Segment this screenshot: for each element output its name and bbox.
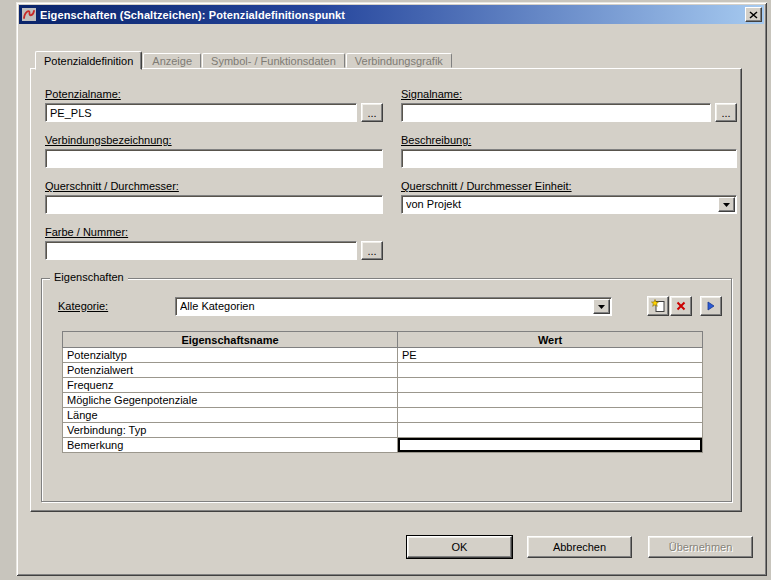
property-value-cell[interactable] [398, 393, 703, 408]
close-button[interactable] [745, 7, 762, 22]
verbindungsbezeichnung-label: Verbindungsbezeichnung: [45, 134, 172, 146]
eigenschaften-groupbox: Eigenschaften Kategorie: Alle Kategorien [41, 278, 732, 502]
tab-verbindungsgrafik[interactable]: Verbindungsgrafik [346, 53, 452, 68]
einheit-dropdown[interactable]: von Projekt [401, 195, 737, 214]
chevron-down-icon [723, 203, 730, 207]
tab-potenzialdefinition[interactable]: Potenzialdefinition [35, 51, 142, 70]
farbe-label: Farbe / Nummer: [45, 226, 128, 238]
property-value-cell[interactable] [398, 423, 703, 438]
table-header-eigenschaftsname: Eigenschaftsname [63, 332, 398, 348]
signalname-label: Signalname: [401, 88, 462, 100]
table-row: Mögliche Gegenpotenziale [63, 393, 703, 408]
farbe-browse-button[interactable]: ... [361, 241, 383, 260]
property-name-cell: Potenzialwert [63, 363, 398, 378]
property-value-cell[interactable] [398, 408, 703, 423]
einheit-dropdown-button[interactable] [718, 197, 735, 212]
potenzialname-browse-button[interactable]: ... [361, 103, 383, 122]
kategorie-dropdown[interactable]: Alle Kategorien [175, 297, 612, 316]
property-name-cell: Bemerkung [63, 438, 398, 453]
app-icon [22, 8, 36, 21]
table-row: Bemerkung [63, 438, 703, 453]
property-name-cell: Potenzialtyp [63, 348, 398, 363]
kategorie-selected-value: Alle Kategorien [180, 300, 591, 312]
potenzialname-label: Potenzialname: [45, 88, 121, 100]
verbindungsbezeichnung-input[interactable] [45, 149, 383, 168]
chevron-down-icon [598, 305, 605, 309]
table-header-row: Eigenschaftsname Wert [63, 332, 703, 348]
einheit-selected-value: von Projekt [406, 198, 716, 210]
tab-anzeige[interactable]: Anzeige [143, 53, 201, 68]
close-icon [749, 11, 758, 19]
property-name-cell: Verbindung: Typ [63, 423, 398, 438]
signalname-input[interactable] [401, 103, 711, 122]
delete-property-button[interactable] [670, 296, 692, 316]
beschreibung-input[interactable] [401, 149, 737, 168]
property-value-cell[interactable]: PE [398, 348, 703, 363]
arrow-right-icon [707, 301, 715, 311]
cancel-button[interactable]: Abbrechen [527, 536, 632, 558]
table-row: Potenzialtyp PE [63, 348, 703, 363]
einheit-label: Querschnitt / Durchmesser Einheit: [401, 180, 572, 192]
signalname-browse-button[interactable]: ... [715, 103, 737, 122]
property-name-cell: Länge [63, 408, 398, 423]
title-bar: Eigenschaften (Schaltzeichen): Potenzial… [19, 5, 764, 24]
querschnitt-label: Querschnitt / Durchmesser: [45, 180, 179, 192]
property-table: Eigenschaftsname Wert Potenzialtyp PE Po… [62, 331, 703, 453]
apply-button[interactable]: Übernehmen [648, 536, 753, 558]
beschreibung-label: Beschreibung: [401, 134, 471, 146]
table-row: Verbindung: Typ [63, 423, 703, 438]
property-value-cell-focused[interactable] [398, 438, 703, 453]
new-property-button[interactable] [647, 296, 669, 316]
tab-symbol-funktionsdaten[interactable]: Symbol- / Funktionsdaten [202, 53, 345, 68]
tab-strip: Potenzialdefinition Anzeige Symbol- / Fu… [35, 51, 452, 70]
property-name-cell: Mögliche Gegenpotenziale [63, 393, 398, 408]
table-row: Potenzialwert [63, 363, 703, 378]
window-title: Eigenschaften (Schaltzeichen): Potenzial… [40, 9, 345, 21]
querschnitt-input[interactable] [45, 195, 383, 214]
farbe-input[interactable] [45, 241, 357, 260]
tab-panel-potenzialdefinition: Potenzialname: ... Signalname: ... Verbi… [30, 68, 742, 512]
potenzialname-input[interactable] [45, 103, 357, 122]
table-row: Länge [63, 408, 703, 423]
properties-dialog: Eigenschaften (Schaltzeichen): Potenzial… [16, 2, 767, 576]
goto-next-button[interactable] [700, 296, 722, 316]
property-value-cell[interactable] [398, 378, 703, 393]
new-document-icon [651, 299, 666, 313]
table-row: Frequenz [63, 378, 703, 393]
property-value-cell[interactable] [398, 363, 703, 378]
ok-button[interactable]: OK [407, 536, 512, 558]
kategorie-label: Kategorie: [58, 300, 108, 312]
table-header-wert: Wert [398, 332, 703, 348]
delete-x-icon [676, 301, 686, 311]
property-name-cell: Frequenz [63, 378, 398, 393]
eigenschaften-group-label: Eigenschaften [50, 271, 128, 283]
kategorie-dropdown-button[interactable] [593, 299, 610, 314]
